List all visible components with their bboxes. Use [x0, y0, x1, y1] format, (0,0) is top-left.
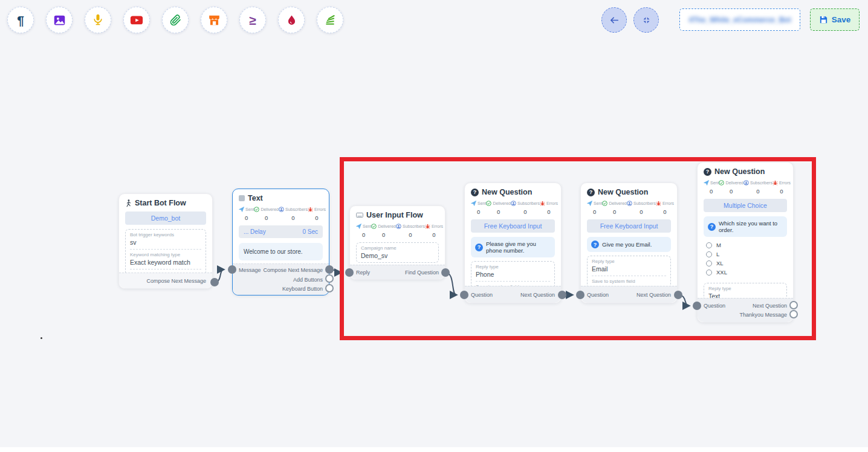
add-text-button[interactable]: ¶ — [7, 7, 34, 33]
compress-icon — [642, 16, 651, 25]
node-stats: Sent 0 Delivered 0 Subscribers — [239, 207, 323, 221]
text-block-icon — [239, 195, 245, 201]
red-highlight-rectangle — [340, 157, 816, 340]
output-add-buttons: Add Buttons — [293, 277, 323, 283]
paragraph-icon: ¶ — [17, 14, 24, 27]
node-text[interactable]: Text Sent 0 Delivered 0 — [232, 189, 329, 295]
add-drip-button[interactable] — [278, 7, 305, 33]
node-footer: Message Compose Next Message Add Buttons… — [233, 263, 329, 295]
greater-equal-icon: ≥ — [249, 14, 256, 27]
start-fields[interactable]: Bot trigger keywords sv Keyword matching… — [125, 229, 206, 273]
subscribers-icon — [279, 207, 284, 212]
node-start-bot-flow[interactable]: Start Bot Flow Demo_bot Bot trigger keyw… — [118, 193, 213, 289]
output-keyboard-button: Keyboard Button — [282, 286, 323, 292]
droplet-icon — [286, 15, 297, 26]
field-bot-trigger-keywords[interactable]: Bot trigger keywords sv — [130, 230, 201, 250]
store-icon — [208, 14, 221, 27]
add-condition-button[interactable]: ≥ — [239, 7, 266, 33]
add-video-button[interactable] — [123, 7, 150, 33]
input-message: Message — [239, 267, 261, 273]
sent-icon — [239, 207, 244, 212]
image-icon — [53, 14, 66, 27]
flow-builder-canvas[interactable]: ¶ ≥ — [0, 0, 868, 452]
output-compose-next-message: Compose Next Message — [263, 267, 323, 273]
save-icon — [819, 15, 828, 24]
walking-person-icon — [125, 199, 132, 207]
node-footer: Compose Next Message — [119, 273, 212, 288]
microphone-icon — [92, 14, 104, 26]
save-button[interactable]: Save — [810, 8, 860, 31]
add-file-button[interactable] — [162, 7, 189, 33]
errors-icon — [308, 207, 313, 212]
arrow-left-icon — [609, 15, 620, 25]
add-sequence-button[interactable] — [317, 7, 343, 33]
delivered-icon — [254, 207, 259, 212]
stray-dot — [40, 337, 42, 339]
add-audio-button[interactable] — [85, 7, 111, 33]
delay-setting[interactable]: ... Delay 0 Sec — [239, 225, 323, 238]
node-title: Text — [248, 194, 263, 202]
add-image-button[interactable] — [46, 7, 73, 33]
page-bottom-strip — [0, 447, 868, 452]
add-ecommerce-button[interactable] — [201, 7, 227, 33]
connection-start-to-text — [215, 270, 224, 282]
flow-name-input[interactable]: 4The_White_eCommerce_Bot — [679, 8, 800, 31]
node-title: Start Bot Flow — [135, 199, 186, 207]
back-button[interactable] — [601, 7, 627, 33]
paperclip-icon — [170, 15, 181, 26]
fit-view-button[interactable] — [633, 7, 659, 33]
message-text[interactable]: Welcome to our store. — [239, 243, 323, 260]
save-label: Save — [832, 15, 851, 24]
flow-name-blurred-text: 4The_White_eCommerce_Bot — [688, 16, 791, 24]
youtube-icon — [130, 13, 143, 27]
field-keyword-matching-type[interactable]: Keyword matching type Exact keyword matc… — [130, 250, 201, 270]
bot-name-button[interactable]: Demo_bot — [125, 211, 206, 225]
stack-icon — [324, 14, 336, 26]
output-compose-next-message: Compose Next Message — [146, 278, 206, 284]
